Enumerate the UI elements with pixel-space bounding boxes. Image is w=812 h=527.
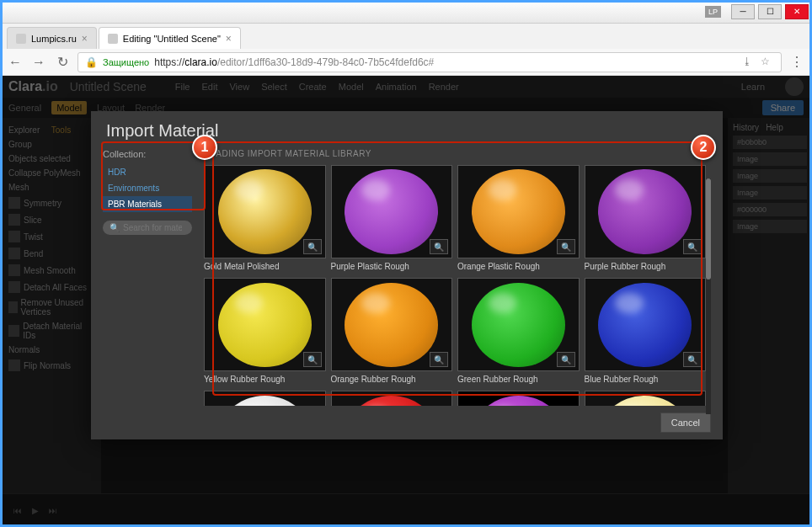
tab-history[interactable]: History xyxy=(733,123,759,132)
close-tab-icon[interactable]: × xyxy=(82,33,88,45)
browser-tabbar: Lumpics.ru × Editing "Untitled Scene" × xyxy=(0,24,812,49)
zoom-icon[interactable]: 🔍 xyxy=(303,239,322,254)
tab-tools[interactable]: Tools xyxy=(51,125,71,135)
forward-button[interactable]: → xyxy=(30,54,47,71)
callout-badge-1: 1 xyxy=(192,135,217,160)
material-name: Purple Plastic Rough xyxy=(331,258,453,273)
tab-label: Lumpics.ru xyxy=(31,34,77,44)
material-card[interactable]: 🔍Purple Rubber Rough xyxy=(585,165,707,273)
material-card[interactable]: 🔍 xyxy=(331,391,453,406)
list-item[interactable]: Detach All Faces xyxy=(5,279,96,295)
tb-model[interactable]: Model xyxy=(51,101,87,114)
zoom-icon[interactable]: 🔍 xyxy=(557,239,575,254)
material-card[interactable]: 🔍 xyxy=(585,391,707,406)
collection-environments[interactable]: Environments xyxy=(103,180,192,196)
address-bar: ← → ↻ 🔒 Защищено https://clara.io/editor… xyxy=(0,49,812,76)
menu-select[interactable]: Select xyxy=(261,82,287,92)
browser-tab-active[interactable]: Editing "Untitled Scene" × xyxy=(99,27,241,49)
material-sphere-icon xyxy=(598,396,692,406)
search-input[interactable]: 🔍 xyxy=(103,221,192,235)
menu-file[interactable]: File xyxy=(175,82,190,92)
translate-icon[interactable]: ⭳ xyxy=(742,56,756,69)
star-icon[interactable]: ☆ xyxy=(761,56,774,69)
property-row[interactable]: Image xyxy=(733,169,807,183)
browser-menu-button[interactable]: ⋮ xyxy=(788,54,805,70)
tool-icon xyxy=(8,264,20,276)
collection-pbr-materials[interactable]: PBR Materials xyxy=(103,196,192,212)
list-item[interactable]: Twist xyxy=(5,228,96,245)
close-window-button[interactable]: ✕ xyxy=(785,4,809,19)
menu-edit[interactable]: Edit xyxy=(202,82,218,92)
reload-button[interactable]: ↻ xyxy=(54,54,71,71)
tab-explorer[interactable]: Explorer xyxy=(8,125,40,135)
menu-create[interactable]: Create xyxy=(299,82,327,92)
browser-tab[interactable]: Lumpics.ru × xyxy=(7,27,97,49)
menu-animation[interactable]: Animation xyxy=(376,82,417,92)
material-name: Blue Rubber Rough xyxy=(585,371,707,386)
material-card[interactable]: 🔍 xyxy=(457,391,580,406)
material-card[interactable]: 🔍Orange Rubber Rough xyxy=(331,278,453,386)
menu-view[interactable]: View xyxy=(229,82,249,92)
material-card[interactable]: 🔍Purple Plastic Rough xyxy=(331,165,453,273)
material-card[interactable]: 🔍Yellow Rubber Rough xyxy=(204,278,326,386)
timeline[interactable]: ⏮ ▶ ⏭ xyxy=(0,493,812,527)
user-avatar-icon[interactable] xyxy=(785,77,804,96)
menu-render[interactable]: Render xyxy=(429,82,459,92)
material-card[interactable]: 🔍 xyxy=(204,391,326,406)
scrollbar[interactable] xyxy=(706,178,711,414)
tab-help[interactable]: Help xyxy=(766,123,783,132)
material-card[interactable]: 🔍Green Rubber Rough xyxy=(457,278,580,386)
color-swatch[interactable]: #b0b0b0 xyxy=(733,136,807,149)
menu-learn[interactable]: Learn xyxy=(741,82,765,92)
zoom-icon[interactable]: 🔍 xyxy=(683,352,702,367)
skip-forward-icon[interactable]: ⏭ xyxy=(49,506,57,515)
menu-model[interactable]: Model xyxy=(339,82,364,92)
zoom-icon[interactable]: 🔍 xyxy=(557,352,575,367)
callout-badge-2: 2 xyxy=(691,135,716,160)
url-text: https://clara.io/editor/1dff6a30-18d9-47… xyxy=(154,56,434,68)
zoom-icon[interactable]: 🔍 xyxy=(303,352,322,367)
list-item[interactable]: Slice xyxy=(5,211,96,228)
lp-badge: LP xyxy=(705,6,721,18)
tb-general[interactable]: General xyxy=(8,103,41,113)
property-row[interactable]: Image xyxy=(733,186,807,200)
list-item: Normals xyxy=(5,343,96,357)
close-tab-icon[interactable]: × xyxy=(226,33,232,45)
play-icon[interactable]: ▶ xyxy=(32,506,39,515)
url-input[interactable]: 🔒 Защищено https://clara.io/editor/1dff6… xyxy=(77,52,782,72)
left-panel: Explorer Tools Group Objects selected Co… xyxy=(0,118,101,527)
zoom-icon[interactable]: 🔍 xyxy=(683,239,702,254)
skip-back-icon[interactable]: ⏮ xyxy=(13,506,22,515)
zoom-icon[interactable]: 🔍 xyxy=(430,352,448,367)
maximize-button[interactable]: ☐ xyxy=(758,4,782,19)
collection-hdr[interactable]: HDR xyxy=(103,164,192,180)
material-sphere-icon xyxy=(218,396,312,406)
material-card[interactable]: 🔍Gold Metal Polished xyxy=(204,165,326,273)
list-item[interactable]: Symmetry xyxy=(5,194,96,211)
list-item[interactable]: Detach Material IDs xyxy=(5,319,96,343)
list-item: Mesh xyxy=(5,180,96,194)
cancel-button[interactable]: Cancel xyxy=(660,413,711,433)
material-card[interactable]: 🔍Orange Plastic Rough xyxy=(457,165,580,273)
list-item[interactable]: Group xyxy=(5,137,96,152)
zoom-icon[interactable]: 🔍 xyxy=(430,239,448,254)
property-row[interactable]: Image xyxy=(733,220,807,233)
share-button[interactable]: Share xyxy=(762,100,804,115)
collection-label: Collection: xyxy=(103,149,192,159)
list-item[interactable]: Collapse PolyMesh xyxy=(5,166,96,180)
list-item[interactable]: Objects selected xyxy=(5,152,96,166)
material-card[interactable]: 🔍Blue Rubber Rough xyxy=(585,278,707,386)
search-field[interactable] xyxy=(123,223,182,232)
list-item[interactable]: Remove Unused Vertices xyxy=(5,295,96,319)
search-icon: 🔍 xyxy=(110,223,120,232)
color-swatch[interactable]: #000000 xyxy=(733,203,807,216)
list-item[interactable]: Flip Normals xyxy=(5,357,96,374)
list-item[interactable]: Mesh Smooth xyxy=(5,262,96,279)
back-button[interactable]: ← xyxy=(7,54,24,71)
list-item[interactable]: Bend xyxy=(5,245,96,262)
tool-icon xyxy=(8,231,20,242)
material-sphere-icon xyxy=(472,396,565,406)
property-row[interactable]: Image xyxy=(733,152,807,166)
modal-sidebar: Collection: HDR Environments PBR Materia… xyxy=(103,149,192,406)
minimize-button[interactable]: ─ xyxy=(731,4,755,19)
